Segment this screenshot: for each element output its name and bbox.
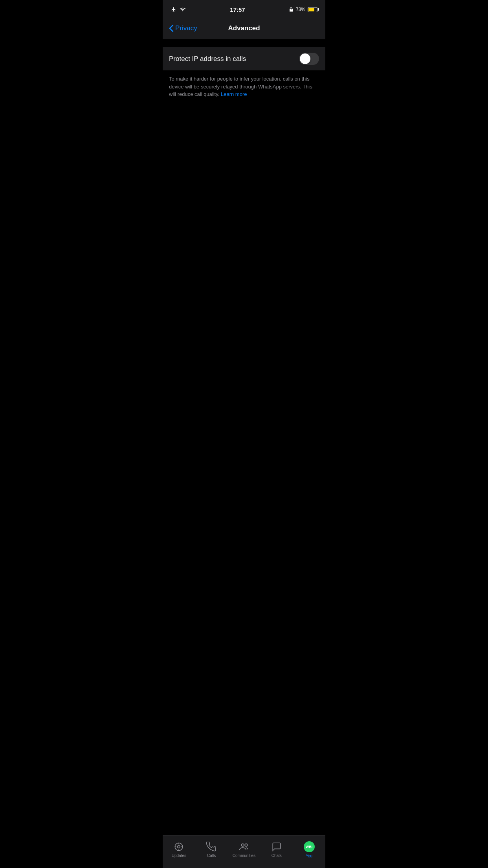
content-spacer [163,201,325,296]
description-section: To make it harder for people to infer yo… [163,70,325,106]
wifi-icon [179,7,186,12]
nav-bar: Privacy Advanced [163,17,325,39]
page-title: Advanced [228,24,260,32]
status-bar: 17:57 73% [163,0,325,17]
description-text: To make it harder for people to infer yo… [169,75,319,98]
learn-more-link[interactable]: Learn more [221,91,247,97]
battery-icon [308,7,317,12]
status-left-icons [171,7,186,12]
settings-section: Protect IP address in calls [163,47,325,70]
status-time: 17:57 [230,6,245,13]
back-label: Privacy [175,24,197,32]
protect-ip-toggle[interactable] [299,53,319,65]
toggle-thumb [300,53,310,64]
content-area: Protect IP address in calls To make it h… [163,39,325,201]
airplane-icon [171,7,177,12]
protect-ip-row: Protect IP address in calls [163,47,325,70]
main-content: Protect IP address in calls To make it h… [163,39,325,329]
status-right-icons: 73% [289,7,317,12]
battery-percent: 73% [296,7,305,12]
lock-status-icon [289,7,294,12]
back-chevron-icon [169,24,174,32]
protect-ip-label: Protect IP address in calls [169,55,246,63]
battery-fill [308,8,314,11]
